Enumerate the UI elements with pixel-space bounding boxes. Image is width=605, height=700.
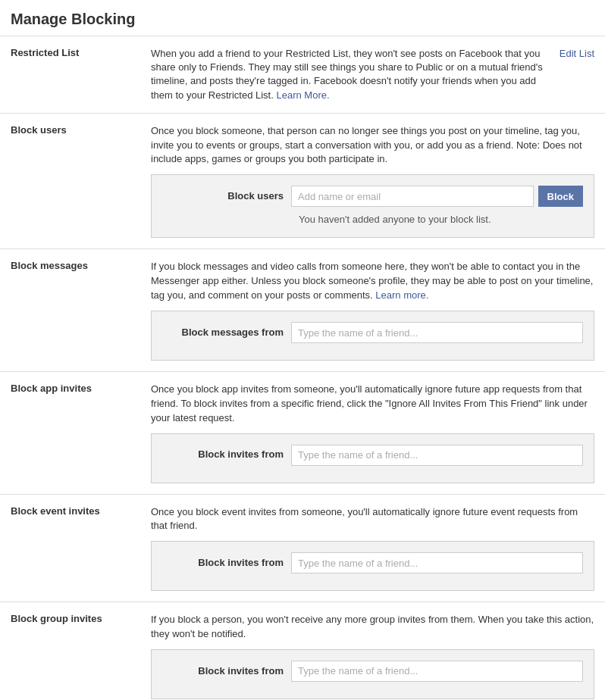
block-messages-description: If you block messages and video calls fr… — [151, 260, 594, 303]
block-users-content: Once you block someone, that person can … — [140, 113, 605, 249]
block-event-invites-input-label: Block invites from — [162, 556, 291, 570]
page-title: Manage Blocking — [11, 11, 594, 28]
block-users-description: Once you block someone, that person can … — [151, 124, 594, 167]
block-users-input[interactable] — [291, 186, 534, 207]
block-app-invites-description: Once you block app invites from someone,… — [151, 383, 594, 426]
settings-table: Restricted List When you add a friend to… — [0, 36, 605, 700]
block-event-invites-label: Block event invites — [0, 494, 140, 602]
block-event-invites-input-row: Block invites from — [162, 552, 583, 573]
block-app-invites-content: Once you block app invites from someone,… — [140, 372, 605, 495]
block-event-invites-input[interactable] — [291, 552, 583, 573]
restricted-list-header: When you add a friend to your Restricted… — [151, 47, 594, 102]
block-users-label: Block users — [0, 113, 140, 249]
block-app-invites-row: Block app invites Once you block app inv… — [0, 372, 605, 495]
block-event-invites-content: Once you block event invites from someon… — [140, 494, 605, 602]
block-event-invites-row: Block event invites Once you block event… — [0, 494, 605, 602]
block-app-invites-input-section: Block invites from — [151, 433, 594, 483]
block-app-invites-input[interactable] — [291, 445, 583, 466]
restricted-list-row: Restricted List When you add a friend to… — [0, 36, 605, 113]
page-header: Manage Blocking — [0, 0, 605, 36]
block-event-invites-input-section: Block invites from — [151, 541, 594, 591]
block-group-invites-label: Block group invites — [0, 602, 140, 700]
block-event-invites-description: Once you block event invites from someon… — [151, 505, 594, 534]
block-group-invites-row: Block group invites If you block a perso… — [0, 602, 605, 700]
block-group-invites-description: If you block a person, you won't receive… — [151, 613, 594, 642]
block-users-button[interactable]: Block — [538, 186, 583, 207]
block-messages-input-label: Block messages from — [162, 326, 291, 339]
restricted-learn-more-link[interactable]: Learn More. — [276, 89, 329, 101]
block-app-invites-input-row: Block invites from — [162, 445, 583, 466]
block-group-invites-content: If you block a person, you won't receive… — [140, 602, 605, 700]
block-messages-input-section: Block messages from — [151, 311, 594, 361]
restricted-list-label: Restricted List — [0, 36, 140, 113]
block-users-input-row: Block users Block — [162, 186, 583, 207]
block-users-input-section: Block users Block You haven't added anyo… — [151, 174, 594, 238]
block-group-invites-input[interactable] — [291, 661, 583, 682]
block-group-invites-input-label: Block invites from — [162, 664, 291, 678]
block-app-invites-label: Block app invites — [0, 372, 140, 495]
block-messages-label: Block messages — [0, 249, 140, 372]
restricted-list-desc: When you add a friend to your Restricted… — [151, 47, 552, 102]
block-messages-input[interactable] — [291, 322, 583, 343]
edit-list-link[interactable]: Edit List — [560, 47, 594, 61]
block-users-input-label: Block users — [162, 189, 291, 203]
block-group-invites-input-section: Block invites from — [151, 649, 594, 699]
block-users-empty-text: You haven't added anyone to your block l… — [299, 213, 583, 227]
block-messages-content: If you block messages and video calls fr… — [140, 249, 605, 372]
page-container: Manage Blocking Restricted List When you… — [0, 0, 605, 700]
block-app-invites-input-label: Block invites from — [162, 448, 291, 461]
block-messages-learn-more-link[interactable]: Learn more. — [375, 289, 428, 301]
restricted-list-content: When you add a friend to your Restricted… — [140, 36, 605, 113]
block-group-invites-input-row: Block invites from — [162, 661, 583, 682]
block-messages-input-row: Block messages from — [162, 322, 583, 343]
block-users-row: Block users Once you block someone, that… — [0, 113, 605, 249]
block-messages-row: Block messages If you block messages and… — [0, 249, 605, 372]
